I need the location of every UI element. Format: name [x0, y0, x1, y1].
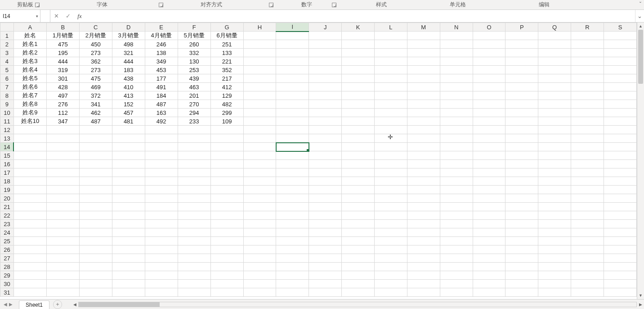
cell[interactable] — [538, 32, 571, 40]
cell[interactable]: 444 — [46, 57, 79, 66]
cell[interactable] — [342, 57, 375, 66]
cell[interactable] — [440, 194, 473, 203]
cell[interactable] — [145, 263, 178, 271]
cell[interactable] — [440, 109, 473, 117]
cell[interactable] — [342, 263, 375, 271]
cell[interactable] — [342, 40, 375, 49]
cell[interactable] — [243, 66, 276, 74]
cell[interactable] — [473, 194, 505, 203]
cell[interactable]: 姓名1 — [13, 40, 46, 49]
cell[interactable] — [342, 211, 375, 220]
cell[interactable] — [13, 228, 46, 237]
cell[interactable] — [473, 160, 505, 168]
cell[interactable] — [46, 220, 79, 228]
scroll-right-icon[interactable]: ▶ — [637, 301, 644, 308]
vertical-scrollbar[interactable]: ▲ ▼ — [637, 23, 644, 299]
cell[interactable] — [407, 151, 440, 160]
cell[interactable] — [276, 160, 309, 168]
cell[interactable] — [604, 83, 636, 91]
cell[interactable] — [505, 83, 538, 91]
cell[interactable] — [342, 126, 375, 134]
cell[interactable] — [178, 237, 210, 245]
cell[interactable] — [243, 203, 276, 211]
cell[interactable]: 332 — [178, 49, 210, 57]
cell[interactable] — [538, 66, 571, 74]
cell[interactable]: 469 — [79, 83, 112, 91]
column-header[interactable]: G — [210, 23, 243, 32]
cell[interactable] — [46, 143, 79, 151]
cell[interactable]: 130 — [178, 57, 210, 66]
cell[interactable] — [276, 151, 309, 160]
cell[interactable] — [79, 254, 112, 263]
cell[interactable] — [604, 32, 636, 40]
cell[interactable] — [112, 271, 145, 280]
cell[interactable] — [604, 91, 636, 100]
cell[interactable]: 412 — [210, 83, 243, 91]
cell[interactable] — [79, 151, 112, 160]
cell[interactable] — [473, 74, 505, 83]
cell[interactable] — [243, 211, 276, 220]
cell[interactable] — [407, 194, 440, 203]
cell[interactable] — [473, 211, 505, 220]
cell[interactable] — [505, 237, 538, 245]
cell[interactable] — [79, 177, 112, 186]
add-sheet-icon[interactable]: ＋ — [53, 300, 62, 309]
cell[interactable] — [112, 280, 145, 288]
cell[interactable]: 217 — [210, 74, 243, 83]
cell[interactable] — [243, 134, 276, 143]
cell[interactable] — [374, 57, 407, 66]
cell[interactable] — [46, 186, 79, 194]
cell[interactable] — [407, 134, 440, 143]
cell[interactable] — [538, 57, 571, 66]
cell[interactable] — [13, 168, 46, 177]
cell[interactable] — [473, 100, 505, 109]
cell[interactable]: 姓名4 — [13, 66, 46, 74]
cell[interactable]: 294 — [178, 109, 210, 117]
cell[interactable] — [46, 211, 79, 220]
cell[interactable]: 姓名6 — [13, 83, 46, 91]
cell[interactable] — [243, 74, 276, 83]
cell[interactable] — [407, 49, 440, 57]
cell[interactable]: 491 — [145, 83, 178, 91]
row-header[interactable]: 5 — [0, 66, 14, 74]
cell[interactable] — [440, 74, 473, 83]
cell[interactable] — [178, 126, 210, 134]
cell[interactable] — [505, 160, 538, 168]
cell[interactable] — [210, 263, 243, 271]
cell[interactable]: 482 — [210, 100, 243, 109]
cell[interactable] — [46, 194, 79, 203]
cell[interactable] — [178, 186, 210, 194]
cell[interactable] — [309, 168, 342, 177]
cell[interactable] — [243, 194, 276, 203]
cell[interactable]: 133 — [210, 49, 243, 57]
cell[interactable] — [79, 194, 112, 203]
cell[interactable] — [374, 160, 407, 168]
cell[interactable] — [46, 280, 79, 288]
cell[interactable] — [407, 83, 440, 91]
cell[interactable] — [13, 143, 46, 151]
cell[interactable] — [178, 203, 210, 211]
cell[interactable] — [342, 100, 375, 109]
cell[interactable] — [276, 100, 309, 109]
column-header[interactable]: C — [79, 23, 112, 32]
column-header[interactable]: R — [571, 23, 604, 32]
cell[interactable] — [210, 245, 243, 254]
cell[interactable]: 273 — [79, 49, 112, 57]
cell[interactable] — [374, 254, 407, 263]
cell[interactable] — [145, 288, 178, 297]
cell[interactable] — [112, 194, 145, 203]
cell[interactable] — [276, 263, 309, 271]
cell[interactable] — [13, 151, 46, 160]
cell[interactable] — [374, 288, 407, 297]
cell[interactable] — [571, 126, 604, 134]
cell[interactable] — [210, 143, 243, 151]
cell[interactable] — [571, 220, 604, 228]
column-header[interactable]: H — [243, 23, 276, 32]
cell[interactable] — [407, 280, 440, 288]
cell[interactable] — [243, 288, 276, 297]
cell[interactable] — [505, 126, 538, 134]
cell[interactable] — [473, 177, 505, 186]
cell[interactable] — [538, 288, 571, 297]
cell[interactable] — [276, 280, 309, 288]
cell[interactable] — [178, 151, 210, 160]
